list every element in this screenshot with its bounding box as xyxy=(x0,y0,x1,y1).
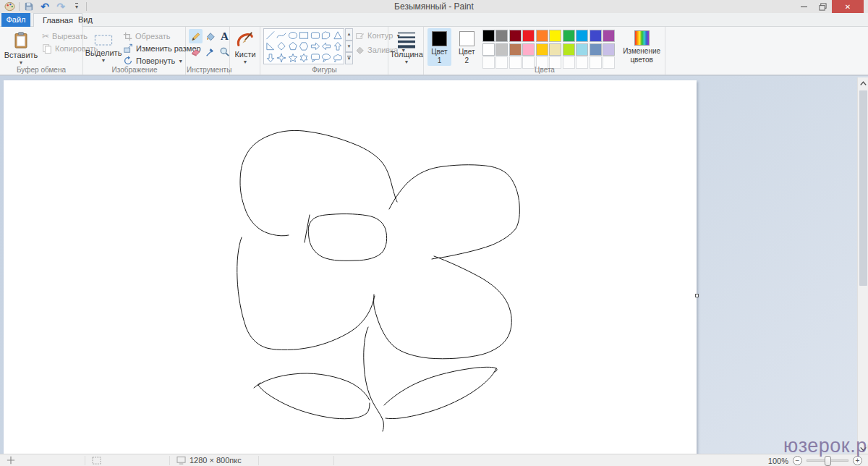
palette-swatch[interactable] xyxy=(482,30,495,42)
palette-swatch[interactable] xyxy=(509,43,522,56)
shape-callout-rounded-icon[interactable] xyxy=(310,52,320,63)
rotate-label: Повернуть xyxy=(136,56,175,65)
canvas-size-section: 1280 × 800пкс xyxy=(170,454,258,466)
left-leaf-bottom xyxy=(258,385,370,419)
scroll-up-button[interactable] xyxy=(858,77,868,89)
paste-button[interactable]: Вставить ▼ xyxy=(4,28,38,66)
canvas-resize-handle[interactable] xyxy=(695,294,699,297)
triangle-down-icon: ▼ xyxy=(347,44,352,48)
plus-icon: + xyxy=(856,457,860,465)
close-button[interactable]: ✕ xyxy=(832,0,864,13)
color1-button[interactable]: Цвет1 xyxy=(427,28,451,66)
palette-swatch[interactable] xyxy=(590,43,602,56)
shapes-gallery xyxy=(263,28,344,64)
brushes-button[interactable]: Кисти ▼ xyxy=(232,28,258,66)
palette-swatch[interactable] xyxy=(522,43,535,56)
fill-option-icon xyxy=(355,46,365,55)
flower-drawing xyxy=(4,80,697,454)
shape-callout-cloud-icon[interactable] xyxy=(332,52,343,63)
palette-swatch[interactable] xyxy=(549,30,561,42)
shape-right-triangle-icon[interactable] xyxy=(265,41,276,52)
color-picker-tool-button[interactable] xyxy=(203,44,217,59)
select-button[interactable]: Выделить ▼ xyxy=(90,28,117,66)
shape-ellipse-icon[interactable] xyxy=(287,30,298,41)
magnifier-icon xyxy=(219,46,230,57)
palette-swatch[interactable] xyxy=(590,30,602,42)
cursor-position-section xyxy=(0,454,85,466)
shapes-more-button[interactable]: ▼ xyxy=(345,52,353,64)
fill-bucket-icon xyxy=(205,31,216,42)
shapes-gallery-scroll: ▲ ▼ ▼ xyxy=(345,28,353,64)
palette-swatch[interactable] xyxy=(603,43,615,56)
text-tool-button[interactable]: A xyxy=(218,29,231,43)
line-thickness-icon xyxy=(397,31,416,48)
shape-rounded-rectangle-icon[interactable] xyxy=(310,30,320,41)
shape-star-5-icon[interactable] xyxy=(287,52,298,63)
edit-colors-button[interactable]: Изменение цветов xyxy=(618,28,665,66)
minimize-button[interactable] xyxy=(794,0,813,13)
color-palette xyxy=(482,28,616,69)
palette-swatch[interactable] xyxy=(522,30,535,42)
eyedropper-icon xyxy=(205,46,216,57)
window-title: Безымянный - Paint xyxy=(0,1,868,12)
fill-tool-button[interactable] xyxy=(203,29,217,43)
group-brushes: Кисти ▼ xyxy=(231,27,260,75)
pencil-tool-button[interactable] xyxy=(189,29,203,43)
shape-rectangle-icon[interactable] xyxy=(299,30,310,41)
palette-swatch[interactable] xyxy=(495,43,508,56)
shape-arrow-right-icon[interactable] xyxy=(310,41,320,52)
chevron-up-icon xyxy=(859,80,868,87)
shape-arrow-down-icon[interactable] xyxy=(265,52,276,63)
magnifier-tool-button[interactable] xyxy=(218,44,231,59)
palette-swatch[interactable] xyxy=(563,30,575,42)
group-image: Выделить ▼ Обрезать Изменить размер Пове… xyxy=(84,27,186,75)
color2-button[interactable]: Цвет2 xyxy=(455,28,479,66)
vertical-scrollbar[interactable] xyxy=(857,77,868,454)
shape-star-6-icon[interactable] xyxy=(299,52,310,63)
shape-curve-icon[interactable] xyxy=(276,30,287,41)
palette-swatch[interactable] xyxy=(576,43,588,56)
shape-polygon-icon[interactable] xyxy=(321,30,332,41)
left-leaf-top xyxy=(258,373,370,400)
palette-swatch[interactable] xyxy=(603,30,615,42)
watermark: юзерок.рф xyxy=(783,435,868,457)
workspace xyxy=(0,75,868,454)
petal-bottom-right xyxy=(374,256,512,359)
shape-arrow-up-icon[interactable] xyxy=(332,41,343,52)
zoom-slider[interactable] xyxy=(807,459,848,462)
text-tool-icon: A xyxy=(221,30,229,43)
petal-bottom-left xyxy=(237,237,374,350)
restore-button[interactable] xyxy=(813,0,832,13)
palette-swatch[interactable] xyxy=(509,30,522,42)
chevron-down-icon: ▼ xyxy=(243,59,248,64)
shape-callout-oval-icon[interactable] xyxy=(321,52,332,63)
selection-size-section xyxy=(85,454,169,466)
scrollbar-thumb[interactable] xyxy=(859,90,867,286)
tab-view[interactable]: Вид xyxy=(69,13,101,27)
shape-diamond-icon[interactable] xyxy=(276,41,287,52)
palette-swatch[interactable] xyxy=(549,43,561,56)
shape-arrow-left-icon[interactable] xyxy=(321,41,332,52)
close-icon: ✕ xyxy=(845,3,851,11)
palette-swatch[interactable] xyxy=(536,30,548,42)
shape-pentagon-icon[interactable] xyxy=(287,41,298,52)
chevron-down-icon: ▼ xyxy=(19,60,24,65)
shapes-scroll-down-button[interactable]: ▼ xyxy=(345,41,353,53)
group-label-clipboard: Буфер обмена xyxy=(0,66,82,74)
size-button[interactable]: Толщина ▼ xyxy=(391,28,422,66)
eraser-tool-button[interactable] xyxy=(189,44,203,59)
palette-swatch[interactable] xyxy=(495,30,508,42)
palette-swatch[interactable] xyxy=(576,30,588,42)
drawing-canvas[interactable] xyxy=(4,80,697,454)
brush-icon xyxy=(236,31,255,48)
shape-star-4-icon[interactable] xyxy=(276,52,287,63)
tab-file[interactable]: Файл xyxy=(1,13,30,27)
palette-swatch[interactable] xyxy=(536,43,548,56)
palette-swatch[interactable] xyxy=(482,43,495,56)
zoom-slider-thumb[interactable] xyxy=(825,456,831,466)
shape-triangle-icon[interactable] xyxy=(332,30,343,41)
palette-swatch[interactable] xyxy=(563,43,575,56)
shape-line-icon[interactable] xyxy=(265,30,276,41)
shape-hexagon-icon[interactable] xyxy=(299,41,310,52)
shapes-scroll-up-button[interactable]: ▲ xyxy=(345,28,353,41)
